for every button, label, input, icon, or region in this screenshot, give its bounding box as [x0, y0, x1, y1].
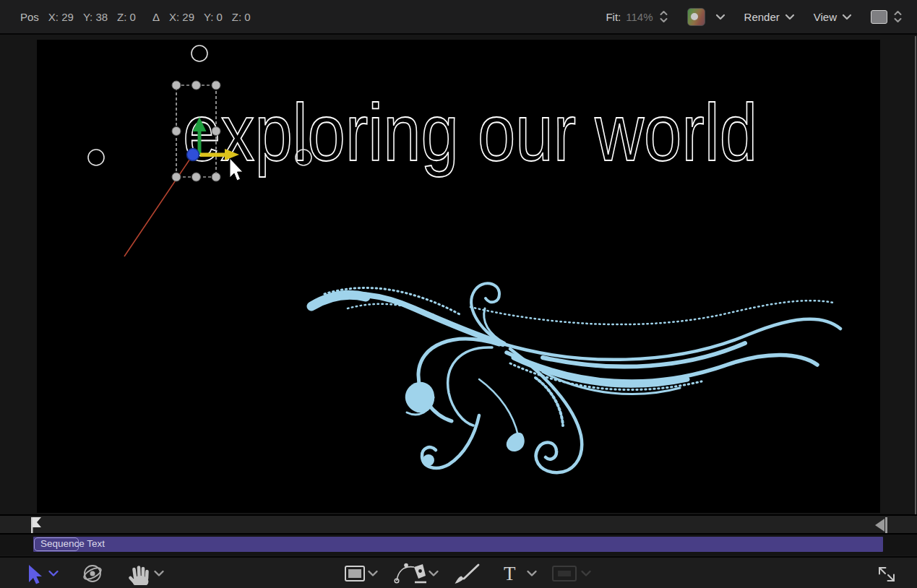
mini-timeline-track: Sequence Text	[0, 535, 917, 555]
text-chevron-down-icon	[526, 570, 538, 577]
headline-text-object[interactable]: exploring our world	[183, 87, 757, 178]
handle-bottom-left[interactable]	[172, 173, 181, 181]
orbit-3d-icon	[81, 562, 104, 585]
view-chevron-down-icon	[842, 14, 852, 20]
handle-mid-left[interactable]	[172, 127, 181, 136]
tool-toolbar: T	[0, 556, 917, 588]
flourish-artwork[interactable]	[311, 283, 840, 472]
fit-label: Fit:	[606, 11, 621, 23]
select-tool-dropdown[interactable]	[48, 558, 59, 588]
sequence-text-bar[interactable]: Sequence Text	[33, 537, 883, 552]
motion-path-guide-line	[124, 157, 191, 256]
channels-chevron-down-icon[interactable]	[715, 14, 726, 20]
mask-chevron-down-icon	[580, 570, 592, 577]
rectangle-shape-tool[interactable]	[344, 558, 366, 588]
mask-tool-dropdown-disabled	[580, 558, 592, 588]
select-transform-tool[interactable]	[25, 558, 43, 588]
fit-value[interactable]: 114%	[626, 11, 653, 23]
text-tool-icon: T	[504, 564, 516, 584]
resize-timing-pane-button[interactable]	[874, 558, 899, 588]
pos-z-value: Z: 0	[117, 11, 136, 23]
text-tool[interactable]: T	[504, 558, 516, 588]
paintbrush-icon	[452, 561, 481, 586]
shape-tool-dropdown[interactable]	[367, 558, 379, 588]
handle-bottom-center[interactable]	[192, 173, 201, 181]
handle-mid-right[interactable]	[212, 127, 220, 136]
position-readout: Pos X: 29 Y: 38 Z: 0 Δ X: 29 Y: 0 Z: 0	[20, 11, 251, 23]
view-controls: Fit: 114% Render View	[606, 8, 903, 26]
timeline-markers	[0, 516, 917, 533]
layout-stepper-icon[interactable]	[893, 9, 903, 24]
mask-shape-tool-disabled	[551, 558, 577, 588]
color-channels-icon[interactable]	[687, 8, 705, 26]
pos-y-value: Y: 38	[83, 11, 108, 23]
pen-chevron-down-icon	[428, 570, 439, 577]
play-range-out-marker-icon[interactable]	[875, 517, 887, 533]
motion-canvas-window: Pos X: 29 Y: 38 Z: 0 Δ X: 29 Y: 0 Z: 0 F…	[0, 0, 917, 588]
hand-chevron-down-icon	[153, 570, 165, 577]
delta-z-value: Z: 0	[232, 11, 251, 23]
track-label: Sequence Text	[40, 538, 105, 549]
canvas-workspace: exploring our world	[0, 36, 917, 513]
render-label: Render	[744, 11, 780, 23]
text-tool-dropdown[interactable]	[526, 558, 538, 588]
shape-chevron-down-icon	[367, 570, 379, 577]
sequence-control-circle-left[interactable]	[88, 150, 104, 165]
window-edge-scrollbar[interactable]	[915, 36, 916, 553]
hand-pan-tool[interactable]	[127, 558, 150, 588]
channel-dot	[691, 13, 698, 20]
composition-canvas[interactable]: exploring our world	[37, 40, 880, 513]
handle-bottom-right[interactable]	[212, 173, 220, 181]
view-menu[interactable]: View	[814, 11, 852, 23]
bezier-pen-icon	[392, 561, 427, 586]
select-cursor-icon	[25, 563, 43, 584]
hand-pan-icon	[127, 562, 150, 585]
play-range-in-marker-icon[interactable]	[31, 517, 41, 533]
anchor-point-handle[interactable]	[187, 149, 199, 161]
paintbrush-tool[interactable]	[452, 558, 481, 588]
rectangle-shape-icon	[344, 565, 366, 582]
hand-tool-dropdown[interactable]	[153, 558, 165, 588]
sequence-control-circle-top[interactable]	[191, 46, 207, 61]
x-axis-arrow-shaft[interactable]	[200, 153, 226, 157]
pos-label: Pos	[20, 11, 39, 23]
canvas-graphics: exploring our world	[37, 40, 880, 513]
delta-x-value: X: 29	[169, 11, 194, 23]
handle-top-left[interactable]	[172, 81, 181, 90]
mask-shape-icon	[551, 564, 577, 583]
handle-top-center[interactable]	[192, 81, 201, 90]
status-toolbar: Pos X: 29 Y: 38 Z: 0 Δ X: 29 Y: 0 Z: 0 F…	[0, 0, 917, 35]
window-layout-icon[interactable]	[871, 10, 887, 24]
delta-label: Δ	[152, 11, 160, 23]
handle-top-right[interactable]	[212, 81, 220, 90]
fit-stepper-icon[interactable]	[659, 9, 668, 24]
render-menu[interactable]: Render	[744, 11, 795, 23]
pen-tool-dropdown[interactable]	[428, 558, 439, 588]
resize-diagonal-icon	[874, 562, 899, 585]
orbit-3d-tool[interactable]	[81, 558, 104, 588]
view-label: View	[814, 11, 837, 23]
mini-timeline-ruler[interactable]	[0, 514, 917, 535]
render-chevron-down-icon	[785, 14, 795, 20]
delta-y-value: Y: 0	[204, 11, 223, 23]
pos-x-value: X: 29	[48, 11, 74, 23]
bezier-pen-tool[interactable]	[392, 558, 427, 588]
select-chevron-down-icon	[48, 570, 59, 577]
